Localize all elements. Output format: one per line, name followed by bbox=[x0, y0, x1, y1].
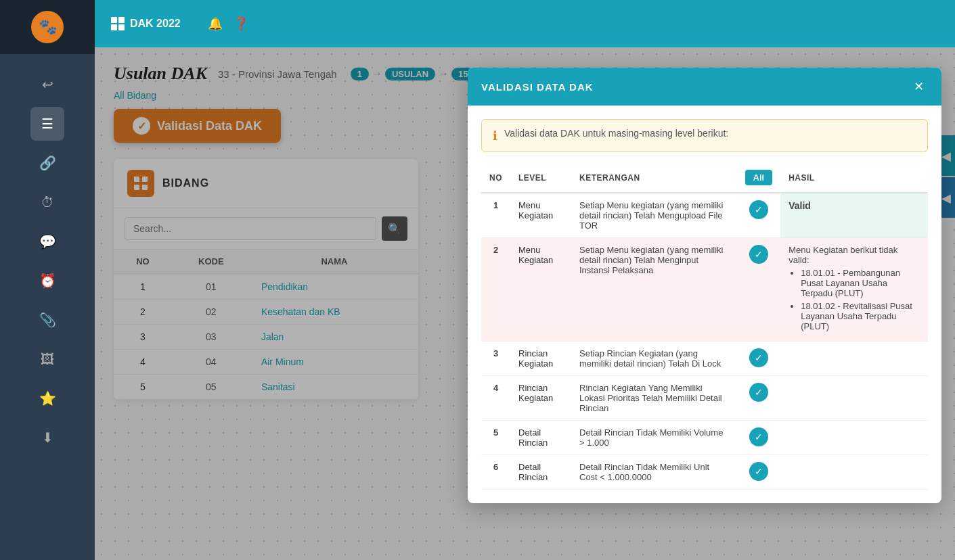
info-banner: ℹ Validasi data DAK untuk masing-masing … bbox=[481, 119, 928, 152]
cell-level: Detail Rincian bbox=[510, 455, 571, 490]
status-check-icon: ✓ bbox=[749, 245, 768, 264]
result-cell: Menu Kegiatan berikut tidak valid: 18.01… bbox=[780, 238, 928, 342]
status-check-icon: ✓ bbox=[749, 383, 768, 402]
cell-keterangan: Setiap Menu kegiatan (yang memiliki deta… bbox=[571, 238, 737, 342]
grid-icon bbox=[111, 17, 125, 30]
cell-status: ✓ bbox=[737, 342, 781, 376]
cell-level: Rincian Kegiatan bbox=[510, 376, 571, 421]
header-icons: 🔔 ❓ bbox=[208, 16, 248, 31]
modal-title: VALIDASI DATA DAK bbox=[481, 81, 594, 93]
cell-keterangan: Detail Rincian Tidak Memiliki Volume > 1… bbox=[571, 421, 737, 455]
app-logo-icon: 🐾 bbox=[31, 11, 64, 43]
cell-keterangan: Setiap Menu kegiatan (yang memiliki deta… bbox=[571, 193, 737, 238]
result-cell bbox=[780, 455, 928, 490]
cell-keterangan: Rincian Kegiatan Yang Memiliki Lokasi Pr… bbox=[571, 376, 737, 421]
vtable-col-keterangan: KETERANGAN bbox=[571, 163, 737, 193]
sidebar-logo: 🐾 bbox=[0, 0, 95, 54]
cell-level: Menu Kegiatan bbox=[510, 238, 571, 342]
info-icon: ℹ bbox=[493, 129, 497, 143]
result-cell bbox=[780, 342, 928, 376]
notification-button[interactable]: 🔔 bbox=[208, 16, 223, 31]
cell-status: ✓ bbox=[737, 238, 781, 342]
validation-row: 4 Rincian Kegiatan Rincian Kegiatan Yang… bbox=[481, 376, 928, 421]
sidebar-item-attach[interactable]: 📎 bbox=[30, 303, 64, 337]
validation-row: 5 Detail Rincian Detail Rincian Tidak Me… bbox=[481, 421, 928, 455]
sidebar-item-history[interactable]: ⏱ bbox=[30, 185, 64, 219]
result-cell bbox=[780, 421, 928, 455]
cell-no: 6 bbox=[481, 455, 510, 490]
cell-status: ✓ bbox=[737, 376, 781, 421]
sidebar-item-image[interactable]: 🖼 bbox=[30, 342, 64, 376]
sidebar: 🐾 ↩ ☰ 🔗 ⏱ 💬 ⏰ 📎 🖼 ⭐ ⬇ bbox=[0, 0, 95, 560]
modal-close-button[interactable]: ✕ bbox=[909, 77, 928, 96]
cell-no: 4 bbox=[481, 376, 510, 421]
sidebar-item-menu[interactable]: ☰ bbox=[30, 107, 64, 141]
status-check-icon: ✓ bbox=[749, 200, 768, 219]
sidebar-item-star[interactable]: ⭐ bbox=[30, 381, 64, 415]
result-cell bbox=[780, 376, 928, 421]
result-cell: Valid bbox=[780, 193, 928, 238]
cell-level: Rincian Kegiatan bbox=[510, 342, 571, 376]
main-content: DAK 2022 🔔 ❓ Usulan DAK 33 - Provinsi Ja… bbox=[95, 0, 955, 560]
sidebar-navigation: ↩ ☰ 🔗 ⏱ 💬 ⏰ 📎 🖼 ⭐ ⬇ bbox=[0, 68, 95, 454]
header-app-label: DAK 2022 bbox=[111, 17, 181, 30]
vtable-col-no: NO bbox=[481, 163, 510, 193]
vtable-col-hasil: HASIL bbox=[780, 163, 928, 193]
vtable-col-level: LEVEL bbox=[510, 163, 571, 193]
status-check-icon: ✓ bbox=[749, 462, 768, 481]
validation-row: 1 Menu Kegiatan Setiap Menu kegiatan (ya… bbox=[481, 193, 928, 238]
status-check-icon: ✓ bbox=[749, 427, 768, 446]
filter-all-button[interactable]: All bbox=[745, 170, 773, 185]
sidebar-item-download[interactable]: ⬇ bbox=[30, 421, 64, 454]
sidebar-item-back[interactable]: ↩ bbox=[30, 68, 64, 101]
cell-keterangan: Setiap Rincian Kegiatan (yang memiliki d… bbox=[571, 342, 737, 376]
validation-row: 6 Detail Rincian Detail Rincian Tidak Me… bbox=[481, 455, 928, 490]
cell-status: ✓ bbox=[737, 421, 781, 455]
cell-no: 1 bbox=[481, 193, 510, 238]
vtable-col-filter: All bbox=[737, 163, 781, 193]
sidebar-item-link[interactable]: 🔗 bbox=[30, 146, 64, 180]
info-text: Validasi data DAK untuk masing-masing le… bbox=[504, 128, 728, 139]
help-icon: ❓ bbox=[234, 16, 248, 31]
sidebar-item-clock[interactable]: ⏰ bbox=[30, 264, 64, 298]
cell-keterangan: Detail Rincian Tidak Memiliki Unit Cost … bbox=[571, 455, 737, 490]
validation-row: 3 Rincian Kegiatan Setiap Rincian Kegiat… bbox=[481, 342, 928, 376]
validation-modal: VALIDASI DATA DAK ✕ ℹ Validasi data DAK … bbox=[468, 68, 941, 503]
validation-row: 2 Menu Kegiatan Setiap Menu kegiatan (ya… bbox=[481, 238, 928, 342]
header-bar: DAK 2022 🔔 ❓ bbox=[95, 0, 955, 47]
modal-body: ℹ Validasi data DAK untuk masing-masing … bbox=[468, 106, 941, 503]
modal-header: VALIDASI DATA DAK ✕ bbox=[468, 68, 941, 106]
validation-table: NO LEVEL KETERANGAN All HASIL bbox=[481, 163, 928, 490]
cell-status: ✓ bbox=[737, 193, 781, 238]
cell-level: Detail Rincian bbox=[510, 421, 571, 455]
cell-status: ✓ bbox=[737, 455, 781, 490]
page-content: Usulan DAK 33 - Provinsi Jawa Tengah 1 →… bbox=[95, 47, 955, 560]
modal-overlay: VALIDASI DATA DAK ✕ ℹ Validasi data DAK … bbox=[95, 47, 955, 560]
cell-no: 3 bbox=[481, 342, 510, 376]
cell-no: 2 bbox=[481, 238, 510, 342]
sidebar-item-chat[interactable]: 💬 bbox=[30, 225, 64, 258]
notification-icon: 🔔 bbox=[208, 16, 223, 31]
status-check-icon: ✓ bbox=[749, 348, 768, 367]
cell-level: Menu Kegiatan bbox=[510, 193, 571, 238]
cell-no: 5 bbox=[481, 421, 510, 455]
close-icon: ✕ bbox=[914, 79, 924, 94]
help-button[interactable]: ❓ bbox=[234, 16, 248, 31]
header-title-text: DAK 2022 bbox=[130, 18, 181, 30]
